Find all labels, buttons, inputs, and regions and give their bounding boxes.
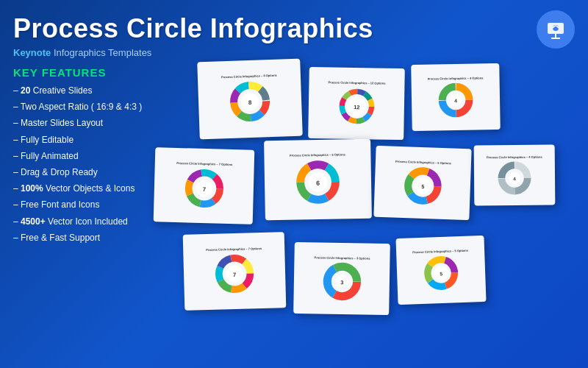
feature-item: Fully Editable [13, 132, 142, 148]
slides-area: Process Circle Infographics – 8 Options … [140, 60, 581, 361]
slide-title: Process Circle Infographics – 5 Options [412, 248, 468, 254]
svg-text:4: 4 [513, 176, 516, 181]
slide-title: Process Circle Infographics – 4 Options [487, 155, 542, 159]
slide-card-6[interactable]: Process Circle Infographics – 5 Options … [373, 146, 471, 220]
slide-title: Process Circle Infographics – 7 Options [176, 161, 232, 166]
subtitle-suffix: Infographics Templates [51, 47, 151, 58]
donut-chart-5: 6 [293, 158, 342, 206]
svg-text:12: 12 [354, 104, 359, 110]
slide-card-4[interactable]: Process Circle Infographics – 7 Options … [154, 147, 255, 224]
feature-item: Fully Animated [13, 148, 142, 164]
slide-card-10[interactable]: Process Circle Infographics – 5 Options … [395, 236, 486, 305]
donut-chart-6: 5 [401, 165, 443, 207]
donut-chart-2: 12 [336, 85, 377, 127]
logo-circle [537, 10, 575, 49]
feature-item: Two Aspect Ratio ( 16:9 & 4:3 ) [13, 99, 142, 115]
feature-item: Drag & Drop Ready [13, 164, 142, 180]
feature-item: Free & Fast Support [13, 230, 142, 246]
slide-card-8[interactable]: Process Circle Infographics – 7 Options … [183, 232, 287, 311]
feature-item: Free Font and Icons [13, 197, 142, 213]
svg-text:6: 6 [316, 180, 320, 187]
page-subtitle: Keynote Infographics Templates [13, 47, 151, 58]
slide-title: Process Circle Infographics – 7 Options [206, 247, 262, 252]
donut-chart-9: 3 [321, 261, 362, 302]
svg-text:3: 3 [340, 279, 343, 286]
slide-card-9[interactable]: Process Circle Infographics – 3 Options … [293, 242, 390, 315]
feature-item: 100% Vector Objects & Icons [13, 180, 142, 197]
slide-card-3[interactable]: Process Circle Infographics – 4 Options … [411, 63, 501, 131]
donut-chart-10: 5 [422, 254, 460, 292]
feature-item: 4500+ Vector Icon Included [13, 213, 142, 230]
slide-card-7[interactable]: Process Circle Infographics – 4 Options … [474, 145, 556, 206]
slide-card-1[interactable]: Process Circle Infographics – 8 Options … [197, 59, 303, 140]
svg-text:5: 5 [440, 271, 442, 276]
svg-text:8: 8 [248, 99, 252, 106]
slide-title: Process Circle Infographics – 3 Options [315, 255, 370, 260]
presentation-icon [545, 18, 567, 40]
svg-text:7: 7 [233, 272, 237, 278]
slide-card-5[interactable]: Process Circle Infographics – 6 Options … [264, 139, 372, 221]
svg-text:7: 7 [202, 186, 206, 193]
donut-chart-3: 4 [437, 81, 475, 118]
slide-title: Process Circle Infographics – 4 Options [428, 76, 484, 80]
slide-card-2[interactable]: Process Circle Infographics – 12 Options… [308, 67, 405, 140]
donut-chart-1: 8 [227, 79, 273, 124]
slide-title: Process Circle Infographics – 6 Options [290, 152, 345, 157]
feature-item: Master Slides Layout [13, 115, 142, 131]
slide-title: Process Circle Infographics – 12 Options [328, 80, 385, 85]
features-section-title: KEY FEATURES [13, 66, 106, 79]
page-title: Process Circle Infographics [13, 13, 373, 44]
donut-chart-4: 7 [182, 166, 226, 210]
keynote-label: Keynote [13, 47, 51, 58]
donut-chart-8: 7 [212, 252, 256, 295]
svg-text:4: 4 [454, 98, 457, 103]
donut-chart-7: 4 [497, 160, 532, 195]
features-list: 20 Creative Slides Two Aspect Ratio ( 16… [13, 82, 142, 246]
svg-text:5: 5 [421, 183, 424, 190]
feature-item: 20 Creative Slides [13, 82, 142, 99]
